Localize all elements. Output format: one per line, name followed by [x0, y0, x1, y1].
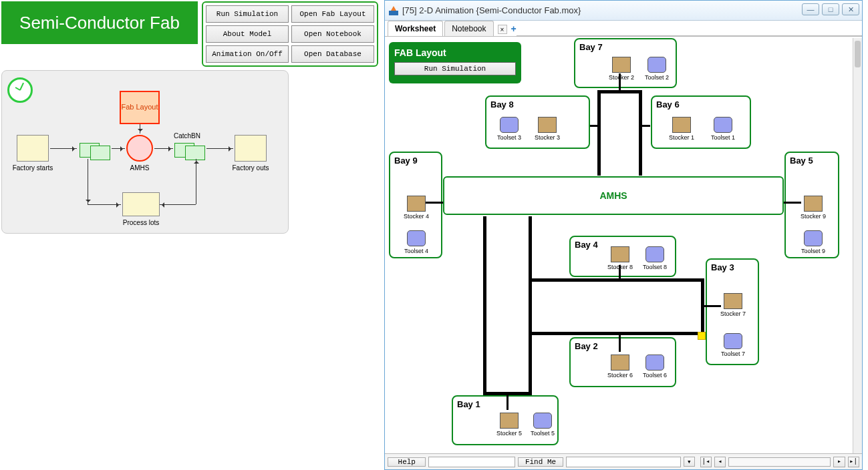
- bay-title: Bay 4: [575, 240, 598, 250]
- arrow: [50, 148, 77, 149]
- toolset-3[interactable]: [500, 117, 519, 133]
- open-fab-layout-button[interactable]: Open Fab Layout: [291, 5, 374, 23]
- toolset-label: Toolset 8: [639, 264, 670, 270]
- bay-title: Bay 1: [457, 399, 480, 409]
- arrow: [154, 148, 173, 149]
- toolset-label: Toolset 9: [798, 248, 829, 254]
- tab-close-icon[interactable]: ×: [498, 25, 507, 34]
- open-notebook-button[interactable]: Open Notebook: [291, 25, 374, 43]
- toolset-9[interactable]: [804, 230, 823, 246]
- tab-add-icon[interactable]: +: [511, 23, 517, 34]
- status-input-2[interactable]: [566, 457, 681, 467]
- toolset-1[interactable]: [714, 117, 732, 133]
- toolset-2[interactable]: [647, 57, 666, 73]
- bay-title: Bay 5: [790, 156, 813, 166]
- bay-6[interactable]: Bay 6 Stocker 1 Toolset 1: [651, 95, 751, 149]
- bay-title: Bay 8: [490, 99, 514, 109]
- fab-control-panel: FAB Layout Run Simulation: [389, 42, 521, 83]
- status-bar: Help Find Me ▾ |◂ ◂ ▸ ▸|: [385, 453, 862, 469]
- stocker-4[interactable]: [407, 196, 426, 212]
- button-panel: Run Simulation Open Fab Layout About Mod…: [202, 1, 378, 67]
- toolset-label: Toolset 3: [494, 134, 525, 141]
- factory-outs-label: Factory outs: [229, 164, 272, 172]
- bay-4[interactable]: Bay 4 Stocker 8 Toolset 8: [569, 236, 676, 277]
- maximize-icon[interactable]: □: [822, 3, 839, 15]
- bay-7[interactable]: Bay 7 Stocker 2 Toolset 2: [574, 38, 677, 88]
- animation-toggle-button[interactable]: Animation On/Off: [206, 45, 289, 63]
- nav-first-icon[interactable]: |◂: [700, 457, 712, 467]
- scrollbar-thumb[interactable]: [855, 41, 861, 67]
- amhs-box[interactable]: AMHS: [443, 176, 784, 215]
- about-model-button[interactable]: About Model: [206, 25, 289, 43]
- stocker-3[interactable]: [538, 117, 557, 133]
- worksheet-canvas[interactable]: FAB Layout Run Simulation AMHS Bay 7 Sto…: [385, 38, 853, 453]
- nav-last-icon[interactable]: ▸|: [848, 457, 859, 467]
- tab-worksheet[interactable]: Worksheet: [388, 21, 443, 36]
- track: [597, 90, 642, 93]
- chevron-down-icon[interactable]: ▾: [684, 457, 695, 467]
- fab-run-simulation-button[interactable]: Run Simulation: [394, 62, 516, 75]
- arrow: [88, 159, 88, 204]
- app-title: Semi-Conductor Fab: [1, 1, 198, 44]
- tab-notebook[interactable]: Notebook: [444, 21, 493, 36]
- clock-icon: [7, 77, 33, 103]
- process-lots-node[interactable]: [122, 192, 160, 216]
- arrow: [88, 204, 121, 205]
- stocker-6[interactable]: [611, 355, 629, 371]
- bay-title: Bay 9: [394, 156, 418, 166]
- toolset-6[interactable]: [645, 355, 664, 371]
- fab-layout-node[interactable]: Fab Layout: [120, 91, 160, 124]
- nav-prev-icon[interactable]: ◂: [714, 457, 726, 467]
- open-database-button[interactable]: Open Database: [291, 45, 374, 63]
- bay-9[interactable]: Bay 9 Stocker 4 Toolset 4: [389, 152, 442, 258]
- stocker-label: Stocker 5: [494, 430, 525, 437]
- app-logo-icon: [389, 6, 398, 15]
- stocker-7[interactable]: [724, 293, 742, 309]
- factory-starts-label: Factory starts: [11, 164, 54, 172]
- stocker-2[interactable]: [612, 57, 631, 73]
- stocker-label: Stocker 6: [605, 372, 635, 379]
- factory-outs-node[interactable]: [235, 135, 267, 162]
- toolset-label: Toolset 6: [639, 372, 670, 379]
- track: [639, 90, 642, 176]
- track-stub: [619, 335, 621, 352]
- status-input-1[interactable]: [428, 457, 515, 467]
- stocker-1[interactable]: [672, 117, 691, 133]
- run-simulation-button[interactable]: Run Simulation: [206, 5, 289, 23]
- close-icon[interactable]: ✕: [842, 3, 859, 15]
- amhs-label: AMHS: [128, 164, 152, 172]
- bay-2[interactable]: Bay 2 Stocker 6 Toolset 6: [569, 337, 676, 387]
- track: [529, 216, 532, 394]
- stocker-8[interactable]: [611, 246, 629, 262]
- track-stub: [642, 125, 650, 127]
- stocker-9[interactable]: [804, 196, 823, 212]
- toolset-8[interactable]: [645, 246, 664, 262]
- bay-1[interactable]: Bay 1 Stocker 5 Toolset 5: [452, 395, 559, 445]
- toolset-label: Toolset 7: [718, 350, 748, 357]
- bay-3[interactable]: Bay 3 Stocker 7 Toolset 7: [706, 258, 759, 365]
- minimize-icon[interactable]: —: [802, 3, 819, 15]
- amhs-node[interactable]: [126, 135, 153, 162]
- tab-bar: Worksheet Notebook × +: [385, 21, 862, 37]
- gateway-2[interactable]: [90, 146, 110, 160]
- bay-5[interactable]: Bay 5 Stocker 9 Toolset 9: [784, 152, 839, 258]
- process-lots-label: Process lots: [120, 219, 162, 226]
- track-stub: [426, 202, 443, 204]
- stocker-5[interactable]: [500, 413, 519, 429]
- toolset-7[interactable]: [724, 333, 742, 349]
- nav-next-icon[interactable]: ▸: [833, 457, 845, 467]
- track: [483, 216, 486, 394]
- toolset-label: Toolset 1: [708, 134, 738, 141]
- window-titlebar[interactable]: [75] 2-D Animation {Semi-Conductor Fab.m…: [385, 1, 862, 21]
- stocker-label: Stocker 9: [798, 213, 829, 220]
- toolset-4[interactable]: [407, 230, 426, 246]
- factory-starts-node[interactable]: [17, 135, 49, 162]
- help-button[interactable]: Help: [388, 457, 426, 467]
- find-me-button[interactable]: Find Me: [518, 457, 563, 467]
- vertical-scrollbar[interactable]: [853, 38, 862, 453]
- bay-title: Bay 6: [656, 99, 680, 109]
- toolset-5[interactable]: [533, 413, 552, 429]
- bay-8[interactable]: Bay 8 Toolset 3 Stocker 3: [485, 95, 590, 149]
- track-stub: [704, 305, 721, 307]
- track-stub: [619, 265, 621, 278]
